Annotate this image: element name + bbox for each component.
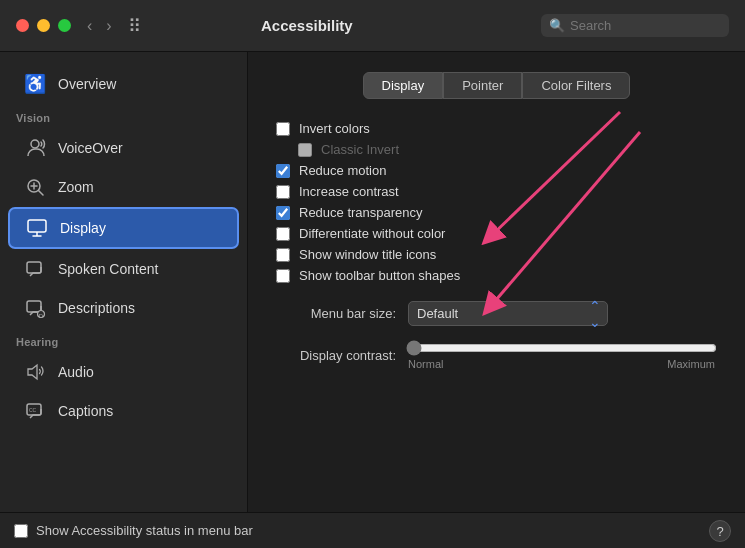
sidebar-label-zoom: Zoom	[58, 179, 94, 195]
display-contrast-row: Display contrast: Normal Maximum	[276, 340, 717, 370]
svg-text:D: D	[39, 313, 44, 319]
maximize-button[interactable]	[58, 19, 71, 32]
sidebar-label-voiceover: VoiceOver	[58, 140, 123, 156]
slider-max-label: Maximum	[667, 358, 715, 370]
titlebar: ‹ › ⠿ Accessibility 🔍	[0, 0, 745, 52]
search-input[interactable]	[570, 18, 710, 33]
display-contrast-slider[interactable]	[406, 340, 717, 356]
search-box: 🔍	[541, 14, 729, 37]
close-button[interactable]	[16, 19, 29, 32]
show-window-title-icons-label: Show window title icons	[299, 247, 436, 262]
sidebar-label-overview: Overview	[58, 76, 116, 92]
accessibility-status-checkbox[interactable]	[14, 524, 28, 538]
sidebar-label-audio: Audio	[58, 364, 94, 380]
sidebar-item-audio[interactable]: Audio	[8, 353, 239, 391]
slider-ticks: Normal Maximum	[406, 358, 717, 370]
voiceover-icon	[22, 135, 48, 161]
slider-track-wrapper: Normal Maximum	[406, 340, 717, 370]
content-pane: Display Pointer Color Filters Invert col…	[248, 52, 745, 548]
sidebar-item-voiceover[interactable]: VoiceOver	[8, 129, 239, 167]
sidebar-item-zoom[interactable]: Zoom	[8, 168, 239, 206]
spoken-content-icon	[22, 256, 48, 282]
sidebar-item-captions[interactable]: CC Captions	[8, 392, 239, 430]
svg-rect-5	[28, 220, 46, 232]
reduce-transparency-row: Reduce transparency	[276, 205, 717, 220]
tabs-row: Display Pointer Color Filters	[276, 72, 717, 99]
reduce-transparency-checkbox[interactable]	[276, 206, 290, 220]
show-window-title-icons-checkbox[interactable]	[276, 248, 290, 262]
sidebar-item-descriptions[interactable]: D Descriptions	[8, 289, 239, 327]
svg-rect-8	[27, 262, 41, 273]
descriptions-icon: D	[22, 295, 48, 321]
tab-color-filters[interactable]: Color Filters	[522, 72, 630, 99]
minimize-button[interactable]	[37, 19, 50, 32]
hearing-section-label: Hearing	[0, 328, 247, 352]
accessibility-status-label: Show Accessibility status in menu bar	[36, 523, 253, 538]
sidebar-item-overview[interactable]: ♿ Overview	[8, 65, 239, 103]
svg-line-2	[39, 191, 44, 196]
reduce-transparency-label: Reduce transparency	[299, 205, 423, 220]
window-title: Accessibility	[73, 17, 541, 34]
menu-bar-size-select[interactable]: Default Large	[408, 301, 608, 326]
sidebar-item-spoken-content[interactable]: Spoken Content	[8, 250, 239, 288]
audio-icon	[22, 359, 48, 385]
increase-contrast-row: Increase contrast	[276, 184, 717, 199]
main-content: ♿ Overview Vision VoiceOver	[0, 52, 745, 548]
search-icon: 🔍	[549, 18, 565, 33]
slider-min-label: Normal	[408, 358, 443, 370]
tab-pointer[interactable]: Pointer	[443, 72, 522, 99]
show-toolbar-button-shapes-label: Show toolbar button shapes	[299, 268, 460, 283]
increase-contrast-label: Increase contrast	[299, 184, 399, 199]
sidebar-label-display: Display	[60, 220, 106, 236]
menu-bar-size-label: Menu bar size:	[276, 306, 396, 321]
display-contrast-label: Display contrast:	[276, 348, 396, 363]
increase-contrast-checkbox[interactable]	[276, 185, 290, 199]
svg-marker-12	[28, 365, 37, 379]
svg-point-0	[31, 140, 39, 148]
sidebar-item-display[interactable]: Display	[8, 207, 239, 249]
help-button[interactable]: ?	[709, 520, 731, 542]
sidebar: ♿ Overview Vision VoiceOver	[0, 52, 248, 548]
captions-icon: CC	[22, 398, 48, 424]
differentiate-without-color-checkbox[interactable]	[276, 227, 290, 241]
svg-rect-9	[27, 301, 41, 312]
menu-bar-size-wrapper: Default Large ⌃⌄	[408, 301, 608, 326]
classic-invert-row: Classic Invert	[298, 142, 717, 157]
vision-section-label: Vision	[0, 104, 247, 128]
zoom-icon	[22, 174, 48, 200]
classic-invert-label: Classic Invert	[321, 142, 399, 157]
window-controls	[16, 19, 71, 32]
show-toolbar-button-shapes-checkbox[interactable]	[276, 269, 290, 283]
invert-colors-row: Invert colors	[276, 121, 717, 136]
menu-bar-size-row: Menu bar size: Default Large ⌃⌄	[276, 301, 717, 326]
differentiate-without-color-label: Differentiate without color	[299, 226, 445, 241]
sidebar-label-captions: Captions	[58, 403, 113, 419]
invert-colors-label: Invert colors	[299, 121, 370, 136]
slider-label-row: Display contrast: Normal Maximum	[276, 340, 717, 370]
sidebar-label-descriptions: Descriptions	[58, 300, 135, 316]
display-checkboxes: Invert colors Classic Invert Reduce moti…	[276, 121, 717, 283]
reduce-motion-row: Reduce motion	[276, 163, 717, 178]
differentiate-without-color-row: Differentiate without color	[276, 226, 717, 241]
invert-colors-checkbox[interactable]	[276, 122, 290, 136]
svg-text:CC: CC	[29, 407, 37, 413]
reduce-motion-checkbox[interactable]	[276, 164, 290, 178]
classic-invert-checkbox[interactable]	[298, 143, 312, 157]
sidebar-label-spoken-content: Spoken Content	[58, 261, 158, 277]
tab-display[interactable]: Display	[363, 72, 444, 99]
overview-icon: ♿	[22, 71, 48, 97]
show-toolbar-button-shapes-row: Show toolbar button shapes	[276, 268, 717, 283]
show-window-title-icons-row: Show window title icons	[276, 247, 717, 262]
display-icon	[24, 215, 50, 241]
reduce-motion-label: Reduce motion	[299, 163, 386, 178]
bottom-bar: Show Accessibility status in menu bar ?	[0, 512, 745, 548]
